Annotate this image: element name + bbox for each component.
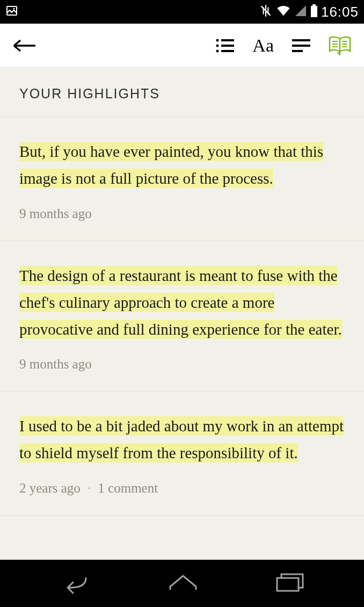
navigation-bar [0,560,364,607]
book-icon[interactable] [329,36,351,55]
nav-recent-button[interactable] [275,572,305,595]
svg-rect-3 [312,4,316,6]
svg-point-4 [216,39,219,41]
highlight-text: But, if you have ever painted, you know … [19,139,345,192]
highlight-item[interactable]: I used to be a bit jaded about my work i… [0,392,364,516]
content-area[interactable]: YOUR HIGHLIGHTS But, if you have ever pa… [0,68,364,560]
highlight-meta: 9 months ago [19,206,345,221]
highlight-text: The design of a restaurant is meant to f… [19,263,345,343]
svg-rect-2 [311,6,317,17]
reading-settings-icon[interactable] [292,38,310,53]
svg-rect-7 [221,45,234,47]
font-settings-button[interactable]: Aa [252,35,274,56]
svg-rect-13 [277,578,299,591]
svg-rect-5 [221,39,234,41]
status-bar: 16:05 [0,0,364,24]
svg-point-6 [216,44,219,47]
wifi-icon [276,4,291,19]
nav-home-button[interactable] [167,572,199,595]
highlight-time: 2 years ago [19,481,81,496]
svg-point-1 [13,8,15,10]
nav-back-button[interactable] [59,570,91,596]
app-bar: Aa [0,24,364,68]
back-button[interactable] [13,39,37,52]
svg-point-8 [216,49,219,52]
highlight-time: 9 months ago [19,357,92,372]
section-header: YOUR HIGHLIGHTS [0,68,364,117]
battery-icon [310,4,318,19]
toc-icon[interactable] [216,38,234,53]
highlight-meta: 9 months ago [19,357,345,372]
svg-rect-12 [292,50,303,52]
highlight-meta: 2 years ago · 1 comment [19,481,345,496]
svg-rect-10 [292,39,310,41]
signal-icon [294,4,307,19]
svg-rect-9 [221,50,234,52]
section-title: YOUR HIGHLIGHTS [19,86,345,102]
vibrate-icon [259,4,273,20]
status-time: 16:05 [321,4,359,20]
image-indicator-icon [5,4,18,19]
highlight-text: I used to be a bit jaded about my work i… [19,413,345,467]
highlight-comments: 1 comment [98,481,158,496]
highlight-time: 9 months ago [19,206,92,221]
highlight-item[interactable]: But, if you have ever painted, you know … [0,117,364,241]
meta-separator: · [88,483,91,494]
highlight-item[interactable]: The design of a restaurant is meant to f… [0,241,364,392]
svg-rect-11 [292,45,310,47]
